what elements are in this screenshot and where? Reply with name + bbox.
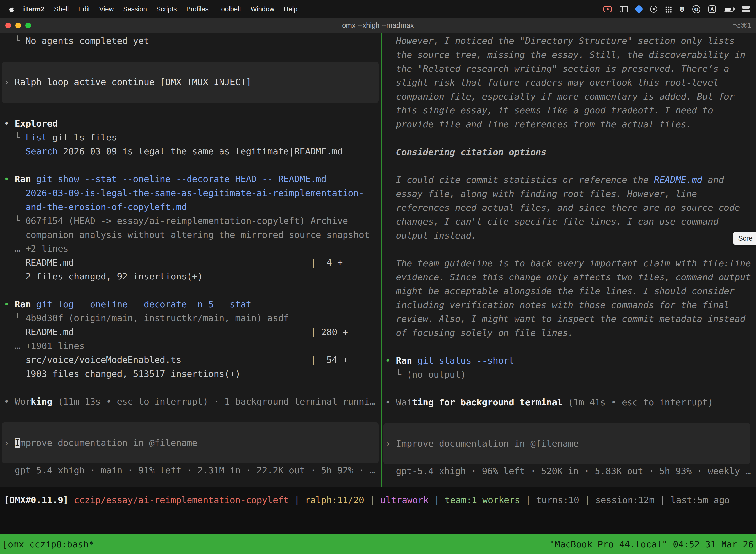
text-segment: └	[4, 313, 25, 323]
text-segment: •	[385, 355, 396, 366]
terminal-line: companion analysis without altering the …	[0, 228, 381, 242]
text-segment: 4b9d30f (origin/main, instructkr/main, m…	[25, 313, 289, 323]
box-line: › Improve documentation in @filename	[383, 437, 750, 450]
terminal-line: However, I noticed the "Directory Struct…	[382, 34, 756, 48]
text-segment: … +2 lines	[4, 243, 68, 254]
text-segment: No agents completed yet	[25, 36, 149, 46]
box-line: › Ralph loop active continue [OMX_TMUX_I…	[2, 75, 379, 89]
text-segment: including verification notes with those …	[385, 300, 729, 310]
text-segment: last:5m ago	[671, 495, 730, 505]
text-segment: of focusing solely on file lines.	[385, 328, 573, 338]
text-segment: I	[15, 438, 20, 448]
input-source-icon[interactable]: A	[708, 5, 716, 13]
text-segment: git status --short	[418, 355, 514, 366]
control-center-icon[interactable]	[742, 6, 750, 12]
text-segment: git ls-files	[47, 132, 117, 143]
camera-dot-icon[interactable]	[650, 6, 657, 13]
text-segment: └	[385, 369, 407, 380]
text-segment: Wai	[396, 397, 412, 407]
terminal-line: companion file, especially if more comme…	[382, 90, 756, 104]
menu-item-view[interactable]: View	[94, 5, 118, 13]
terminal-line: • Ran git show --stat --oneline --decora…	[0, 172, 381, 186]
close-button[interactable]	[5, 22, 11, 28]
blank-line	[382, 382, 756, 395]
text-segment: cczip/essay/ai-reimplementation-copyleft	[74, 495, 289, 505]
gauge-61-icon[interactable]: 61	[692, 5, 700, 13]
keyboard-grid-icon[interactable]	[620, 6, 628, 12]
terminal-line: 2 files changed, 92 insertions(+)	[0, 270, 381, 283]
prompt-input-right[interactable]: › Improve documentation in @filename	[383, 423, 750, 464]
terminal-line: the source tree, missing the essay. Stil…	[382, 48, 756, 62]
text-segment: ›	[385, 438, 396, 448]
right-pane: However, I noticed the "Directory Struct…	[382, 33, 756, 487]
text-segment: ralph:11/20	[305, 495, 364, 505]
text-segment: and-the-erosion-of-copyleft.md	[25, 202, 187, 212]
terminal-line: • Ran git log --oneline --decorate -n 5 …	[0, 297, 381, 311]
text-segment: 2 files changed, 92 insertions(+)	[4, 271, 203, 281]
zoom-button[interactable]	[25, 22, 31, 28]
text-segment: (11m 13s • esc to interrupt) · 1 backgro…	[52, 396, 375, 406]
raycast-icon[interactable]	[634, 5, 644, 14]
text-segment: └	[4, 36, 25, 46]
text-segment: git log --oneline --decorate -n 5 --stat	[36, 299, 251, 309]
apple-logo-icon[interactable]	[8, 5, 15, 13]
text-segment: └	[4, 216, 25, 226]
text-segment: |	[364, 495, 380, 505]
blank-line	[0, 103, 381, 117]
text-segment: •	[4, 118, 15, 128]
menu-item-iterm2[interactable]: iTerm2	[18, 5, 49, 13]
blank-line	[0, 283, 381, 297]
terminal-line: including verification notes with those …	[382, 298, 756, 312]
minimize-button[interactable]	[15, 22, 21, 28]
text-segment: team:1 workers	[445, 495, 520, 505]
menu-item-edit[interactable]: Edit	[74, 5, 95, 13]
text-segment: might be acceptable alongside the file l…	[385, 286, 735, 296]
text-segment: session:12m	[595, 495, 654, 505]
blank-line	[382, 159, 756, 173]
screen-overlay-button[interactable]: Scre	[733, 232, 756, 245]
screen-recording-icon[interactable]	[604, 6, 612, 12]
menu-item-toolbelt[interactable]: Toolbelt	[213, 5, 246, 13]
text-segment	[4, 146, 25, 156]
menu-bar: iTerm2ShellEditViewSessionScriptsProfile…	[0, 0, 756, 18]
menu-item-session[interactable]: Session	[118, 5, 151, 13]
text-segment: |	[289, 495, 305, 505]
text-segment: provide file and line references from th…	[385, 119, 692, 129]
terminal-line: gpt-5.4 xhigh · main · 91% left · 2.31M …	[0, 463, 381, 477]
tmux-status-bar: [omx-cczip0:bash* "MacBook-Pro-44.local"…	[0, 534, 756, 554]
text-segment	[31, 299, 36, 309]
terminal-line: references need actual files, and since …	[382, 201, 756, 215]
terminal-line: Search 2026-03-09-is-legal-the-same-as-l…	[0, 145, 381, 158]
blank-line	[382, 409, 756, 423]
terminal-line: changes, I can't cite specific file line…	[382, 215, 756, 229]
menu-item-profiles[interactable]: Profiles	[182, 5, 213, 13]
dots-grid-icon[interactable]	[665, 6, 672, 13]
text-segment: |	[429, 495, 445, 505]
terminal-line: • Explored	[0, 117, 381, 130]
blank-line	[0, 48, 381, 62]
text-segment: Ralph loop active continue [OMX_TMUX_INJ…	[15, 77, 251, 87]
text-segment	[4, 188, 25, 198]
text-segment: I could cite commit statistics or refere…	[385, 175, 654, 185]
text-segment: this single essay, it seems like a good …	[385, 105, 713, 115]
text-segment: output instead.	[385, 230, 477, 240]
battery-icon[interactable]	[724, 7, 734, 12]
text-segment: companion analysis without altering the …	[4, 230, 370, 240]
window-title: omx --xhigh --madmax	[0, 21, 756, 30]
menu-item-window[interactable]: Window	[246, 5, 279, 13]
prompt-input-left[interactable]: › Improve documentation in @filename	[2, 423, 379, 463]
text-segment: review. Also, I might want to inspect th…	[385, 314, 745, 324]
terminal-line: gpt-5.4 xhigh · 96% left · 520K in · 5.8…	[382, 464, 756, 478]
omx-status-bar: [OMX#0.11.9] cczip/essay/ai-reimplementa…	[0, 487, 756, 534]
text-segment: ting for background terminal	[412, 397, 563, 407]
menu-item-scripts[interactable]: Scripts	[151, 5, 182, 13]
text-segment: turns:10	[536, 495, 579, 505]
terminal-line: evidence. Since this change only affects…	[382, 270, 756, 284]
menu-item-help[interactable]: Help	[279, 5, 302, 13]
text-segment: the source tree, missing the essay. Stil…	[385, 50, 745, 60]
terminal-line: slight risk that future readers may over…	[382, 76, 756, 90]
terminal-line: provide file and line references from th…	[382, 117, 756, 131]
window-title-bar: omx --xhigh --madmax ⌥⌘1	[0, 18, 756, 33]
menu-item-shell[interactable]: Shell	[49, 5, 74, 13]
keypad-8-icon[interactable]: 8	[680, 5, 684, 13]
